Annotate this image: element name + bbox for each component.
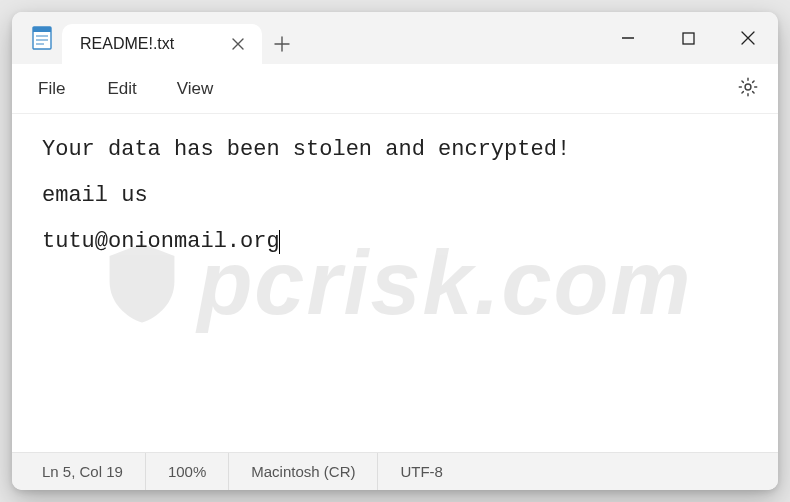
tabs-area: README!.txt	[62, 12, 302, 64]
titlebar: README!.txt	[12, 12, 778, 64]
svg-rect-6	[683, 33, 694, 44]
notepad-window: README!.txt File Edit View	[12, 12, 778, 490]
menu-view[interactable]: View	[157, 71, 234, 107]
menu-edit[interactable]: Edit	[87, 71, 156, 107]
settings-button[interactable]	[728, 69, 768, 109]
status-cursor-position: Ln 5, Col 19	[12, 453, 146, 490]
doc-line-5: tutu@onionmail.org	[42, 229, 280, 254]
window-controls	[598, 12, 778, 64]
tab-readme[interactable]: README!.txt	[62, 24, 262, 64]
close-tab-icon[interactable]	[226, 32, 250, 56]
titlebar-drag-area[interactable]	[302, 12, 598, 64]
tab-title: README!.txt	[80, 35, 226, 53]
new-tab-button[interactable]	[262, 24, 302, 64]
doc-line-1: Your data has been stolen and encrypted!	[42, 137, 570, 162]
text-caret	[279, 230, 281, 254]
document-text: Your data has been stolen and encrypted!…	[42, 138, 768, 254]
notepad-app-icon	[22, 12, 62, 64]
minimize-button[interactable]	[598, 12, 658, 64]
statusbar: Ln 5, Col 19 100% Macintosh (CR) UTF-8	[12, 452, 778, 490]
status-zoom[interactable]: 100%	[146, 453, 229, 490]
menubar: File Edit View	[12, 64, 778, 114]
doc-line-3: email us	[42, 183, 148, 208]
svg-rect-1	[33, 27, 51, 32]
menu-file[interactable]: File	[16, 71, 87, 107]
gear-icon	[737, 76, 759, 102]
maximize-button[interactable]	[658, 12, 718, 64]
svg-point-7	[745, 84, 751, 90]
close-window-button[interactable]	[718, 12, 778, 64]
text-editor-area[interactable]: Your data has been stolen and encrypted!…	[12, 114, 778, 452]
status-line-endings[interactable]: Macintosh (CR)	[229, 453, 378, 490]
status-encoding[interactable]: UTF-8	[378, 453, 465, 490]
